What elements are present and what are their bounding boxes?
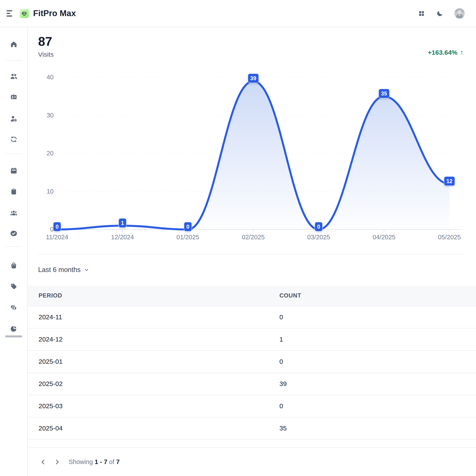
table-row: 2024-11 0 <box>28 306 476 328</box>
data-point-badge: 12 <box>444 177 455 186</box>
sidebar-item-home[interactable] <box>10 41 17 48</box>
count-cell: 1 <box>279 336 476 343</box>
data-point-badge: 35 <box>379 89 389 98</box>
y-axis-tick-label: 20 <box>36 150 54 157</box>
count-cell: 0 <box>279 313 476 321</box>
sidebar-item-users[interactable] <box>10 73 17 80</box>
sidebar-item-pie-chart[interactable] <box>10 325 17 332</box>
date-range-label: Last 6 months <box>38 266 81 274</box>
y-axis-tick-label: 10 <box>36 188 54 195</box>
chevron-down-icon <box>84 267 89 272</box>
section-divider <box>38 254 464 254</box>
trend-up-arrow-icon: ↑ <box>460 48 464 56</box>
pagination: Showing 1 - 7 of 7 <box>28 447 476 476</box>
sidebar-item-payments[interactable] <box>10 304 17 311</box>
periods-table: PERIOD COUNT 2024-11 0 2024-12 1 2025-01… <box>28 286 476 447</box>
count-cell: 0 <box>279 402 476 410</box>
period-cell: 2025-02 <box>28 380 279 388</box>
user-avatar[interactable] <box>454 8 465 18</box>
chevron-right-icon <box>54 459 60 465</box>
x-axis-tick-label: 03/2025 <box>301 234 336 241</box>
chevron-left-icon <box>40 459 46 465</box>
visits-stat: 87 Visits <box>38 34 54 58</box>
sidebar-divider <box>5 154 22 154</box>
app-title: FitPro Max <box>33 9 76 18</box>
of-label: of <box>109 458 114 465</box>
count-cell: 35 <box>279 425 476 432</box>
y-axis-tick-label: 40 <box>36 74 54 81</box>
data-point-badge: 1 <box>119 218 126 227</box>
stat-label: Visits <box>38 51 54 58</box>
x-axis-tick-label: 01/2025 <box>170 234 205 241</box>
sidebar-item-check-circle[interactable] <box>10 230 17 237</box>
table-row: 2024-12 1 <box>28 328 476 351</box>
column-header-period: PERIOD <box>28 292 279 299</box>
percent-change: +163.64% ↑ <box>428 48 464 56</box>
sidebar-divider <box>5 60 22 61</box>
table-row: 2025-04 35 <box>28 417 476 440</box>
chart-area-fill <box>57 81 449 230</box>
menu-icon[interactable] <box>7 10 14 17</box>
active-indicator <box>5 335 22 337</box>
x-axis-tick-label: 04/2025 <box>367 234 401 241</box>
x-axis-tick-label: 05/2025 <box>432 234 467 241</box>
stat-value: 87 <box>38 34 54 49</box>
showing-label: Showing <box>69 458 93 465</box>
sidebar-nav <box>0 27 28 476</box>
app-logo-heart-pulse-icon <box>20 9 29 18</box>
table-row: 2025-02 39 <box>28 373 476 395</box>
prev-page-button[interactable] <box>38 457 48 467</box>
column-header-count: COUNT <box>279 292 476 299</box>
pagination-status: Showing 1 - 7 of 7 <box>69 458 120 466</box>
y-axis-tick-label: 30 <box>36 112 54 119</box>
period-cell: 2025-03 <box>28 402 279 410</box>
sidebar-divider <box>5 246 22 247</box>
period-cell: 2024-11 <box>28 313 279 321</box>
next-page-button[interactable] <box>52 457 62 467</box>
data-point-badge: 39 <box>248 74 258 83</box>
sidebar-item-calendar[interactable] <box>10 167 17 174</box>
sidebar-item-user-settings[interactable] <box>10 115 17 122</box>
x-axis-tick-label: 11/2024 <box>40 234 75 241</box>
visits-line-chart: 01020304011/202412/202401/202502/202503/… <box>28 70 476 254</box>
table-row: 2025-03 0 <box>28 395 476 417</box>
date-range-dropdown[interactable]: Last 6 months <box>38 264 89 276</box>
sidebar-item-tag[interactable] <box>10 283 17 290</box>
main-content: 87 Visits +163.64% ↑ 01020304011/202412/… <box>28 27 476 476</box>
table-row: 2025-05 12 <box>28 440 476 447</box>
count-cell: 39 <box>279 380 476 388</box>
total-count: 7 <box>116 458 120 465</box>
table-header-row: PERIOD COUNT <box>28 286 476 306</box>
percent-change-value: +163.64% <box>428 49 458 56</box>
y-axis-tick-label: 0 <box>36 226 54 233</box>
period-cell: 2025-01 <box>28 358 279 365</box>
x-axis-tick-label: 12/2024 <box>105 234 140 241</box>
dark-mode-moon-icon[interactable] <box>436 10 443 17</box>
page-range: 1 - 7 <box>95 458 107 465</box>
period-cell: 2024-12 <box>28 336 279 343</box>
count-cell: 0 <box>279 358 476 365</box>
x-axis-tick-label: 02/2025 <box>236 234 271 241</box>
data-point-badge: 0 <box>184 222 192 231</box>
sidebar-item-team[interactable] <box>10 209 17 217</box>
apps-grid-icon[interactable] <box>418 10 425 17</box>
data-point-badge: 0 <box>315 222 322 231</box>
app-header: FitPro Max <box>0 0 476 27</box>
chart-canvas <box>28 70 476 254</box>
sidebar-item-shopping-bag[interactable] <box>10 262 17 269</box>
sidebar-item-id-card[interactable] <box>10 93 17 101</box>
table-row: 2025-01 0 <box>28 351 476 373</box>
sidebar-item-sync[interactable] <box>10 136 17 143</box>
period-cell: 2025-04 <box>28 425 279 432</box>
data-point-badge: 0 <box>53 222 61 231</box>
sidebar-item-clipboard[interactable] <box>10 188 17 195</box>
